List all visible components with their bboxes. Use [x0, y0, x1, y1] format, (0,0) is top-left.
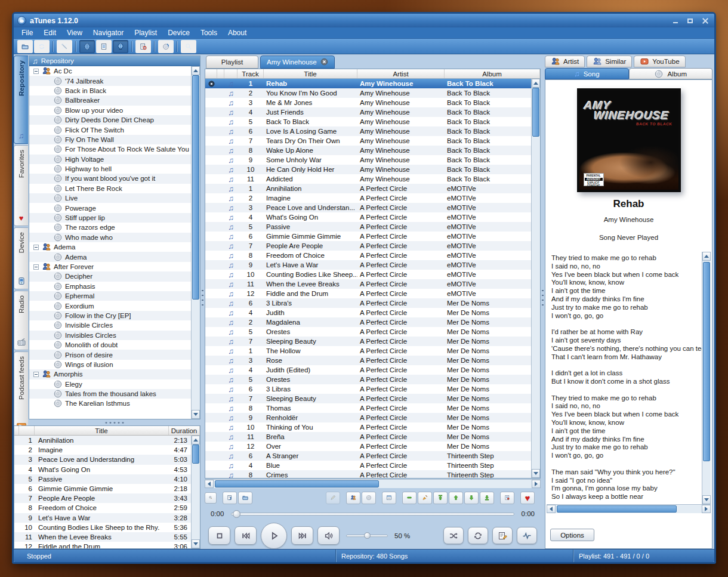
column-header-blank[interactable] — [19, 426, 35, 435]
column-header-track[interactable]: Track — [237, 69, 264, 78]
lyrics-scrollbar[interactable] — [702, 252, 711, 504]
open-folder-button[interactable] — [238, 492, 252, 504]
nav-tab-device[interactable]: Device — [14, 227, 28, 289]
analyzer-button[interactable] — [517, 527, 537, 544]
table-row[interactable]: ♫5OrestesA Perfect CircleMer De Noms — [205, 375, 531, 384]
table-row[interactable]: ♫7Sleeping BeautyA Perfect CircleMer De … — [205, 394, 531, 403]
tree-item-album[interactable]: The Karelian Isthmus — [29, 399, 191, 408]
scroll-left-button[interactable] — [205, 480, 214, 488]
tree-item-album[interactable]: Powerage — [29, 203, 191, 212]
column-header-artist[interactable]: Artist — [357, 69, 445, 78]
column-header-blank[interactable] — [14, 426, 19, 435]
tree-item-album[interactable]: Decipher — [29, 271, 191, 281]
scroll-up-button[interactable] — [702, 252, 711, 261]
file-properties-button[interactable] — [96, 40, 112, 53]
column-header-blank[interactable] — [224, 69, 237, 78]
tree-item-album[interactable]: Follow in the Cry [EP] — [29, 311, 191, 320]
table-row[interactable]: ♫5OrestesA Perfect CircleMer De Noms — [205, 327, 531, 337]
tree-item-album[interactable]: Back in Black — [29, 86, 191, 95]
table-row[interactable]: 5Passive4:10 — [14, 474, 191, 484]
column-header-blank[interactable] — [217, 69, 224, 78]
search-button[interactable] — [181, 40, 196, 53]
table-row[interactable]: ♫10Counting Bodies Like Sheep...A Perfec… — [205, 270, 531, 279]
scrollbar-thumb[interactable] — [192, 445, 199, 464]
table-row[interactable]: ♫5PassiveA Perfect CircleeMOTIVe — [205, 222, 531, 232]
table-row[interactable]: ♫4Judith (Edited)A Perfect CircleMer De … — [205, 365, 531, 375]
maximize-button[interactable] — [684, 16, 696, 25]
table-row[interactable]: ♫11When the Levee BreaksA Perfect Circle… — [205, 279, 531, 289]
menu-item-file[interactable]: File — [16, 27, 38, 39]
move-up-button[interactable] — [449, 492, 463, 504]
menu-item-view[interactable]: View — [61, 27, 88, 39]
tree-item-album[interactable]: Fly On The Wall — [29, 135, 191, 144]
open-folder-button[interactable] — [17, 40, 33, 53]
scrollbar-thumb[interactable] — [215, 480, 379, 487]
tree-item-album[interactable]: Stiff upper lip — [29, 213, 191, 223]
table-row[interactable]: ♫8Wake Up AloneAmy WinehouseBack To Blac… — [205, 146, 531, 155]
table-row[interactable]: 11When the Levee Breaks5:55 — [14, 532, 191, 542]
table-row[interactable]: ♫6Gimmie Gimmie GimmieA Perfect CircleeM… — [205, 232, 531, 241]
table-row[interactable]: ♫9Some Unholy WarAmy WinehouseBack To Bl… — [205, 155, 531, 165]
search-button[interactable] — [205, 492, 217, 504]
notes-button[interactable] — [500, 492, 514, 504]
scroll-down-button[interactable] — [192, 410, 200, 419]
tree-item-album[interactable]: Blow up your video — [29, 106, 191, 115]
tree-item-album[interactable]: Live — [29, 193, 191, 203]
scroll-right-button[interactable] — [532, 480, 541, 488]
tree-item-album[interactable]: Who made who — [29, 233, 191, 242]
table-row[interactable]: ♫12OverA Perfect CircleMer De Noms — [205, 442, 531, 451]
table-row[interactable]: ♫2MagdalenaA Perfect CircleMer De Noms — [205, 317, 531, 327]
tree-item-album[interactable]: Invisibles Circles — [29, 331, 191, 340]
info-button[interactable] — [382, 492, 396, 504]
scrollbar-thumb[interactable] — [192, 75, 199, 300]
tree-item-artist[interactable]: After Forever — [29, 262, 191, 271]
lyrics-hscrollbar[interactable] — [547, 504, 711, 513]
menu-item-device[interactable]: Device — [162, 27, 195, 39]
song-table-hscrollbar[interactable] — [205, 479, 541, 488]
table-row[interactable]: ♫4JudithA Perfect CircleMer De Noms — [205, 308, 531, 317]
move-bottom-button[interactable] — [480, 492, 494, 504]
tree-item-artist[interactable]: Adema — [29, 242, 191, 252]
context-tab-youtube[interactable]: YouTube — [634, 55, 685, 67]
table-row[interactable]: 12Fiddle and the Drum3:06 — [14, 542, 191, 548]
column-header-duration[interactable]: Duration — [169, 426, 200, 435]
previous-button[interactable] — [235, 526, 257, 545]
tree-item-album[interactable]: Exordium — [29, 301, 191, 310]
table-row[interactable]: ♫10He Can Only Hold HerAmy WinehouseBack… — [205, 165, 531, 174]
report-button[interactable] — [135, 40, 151, 53]
menu-item-about[interactable]: About — [223, 27, 252, 39]
scroll-right-button[interactable] — [702, 505, 711, 513]
tree-item-album[interactable]: For Those About To Rock We Salute You — [29, 144, 191, 154]
table-row[interactable]: ♫3RoseA Perfect CircleMer De Noms — [205, 356, 531, 365]
tree-item-album[interactable]: High Voltage — [29, 155, 191, 164]
tree-item-album[interactable]: Adema — [29, 252, 191, 261]
table-row[interactable]: ♫4BlueA Perfect CircleThirteenth Step — [205, 461, 531, 470]
volume-thumb[interactable] — [364, 532, 371, 539]
horizontal-splitter-handle[interactable] — [29, 421, 200, 424]
scroll-down-button[interactable] — [192, 539, 200, 548]
close-button[interactable] — [699, 16, 711, 25]
nav-tab-repository[interactable]: Repository♫ — [14, 55, 28, 144]
table-row[interactable]: ♫5Back To BlackAmy WinehouseBack To Blac… — [205, 117, 531, 126]
table-row[interactable]: 4What's Going On4:53 — [14, 465, 191, 474]
queue-scrollbar[interactable] — [191, 436, 200, 548]
table-row[interactable]: 10Counting Bodies Like Sheep to the Rhy.… — [14, 523, 191, 532]
progress-thumb[interactable] — [233, 510, 240, 518]
menu-item-tools[interactable]: Tools — [195, 27, 223, 39]
tree-item-album[interactable]: '74 Jailbreak — [29, 76, 191, 85]
nav-tab-podcast-feeds[interactable]: Podcast feeds — [14, 351, 28, 436]
table-row[interactable]: ♫7Tears Dry On Their OwnAmy WinehouseBac… — [205, 136, 531, 146]
clear-button[interactable] — [418, 492, 432, 504]
scrollbar-thumb[interactable] — [557, 505, 677, 513]
table-row[interactable]: ♫7People Are PeopleA Perfect CircleeMOTI… — [205, 241, 531, 251]
stop-button[interactable] — [208, 526, 230, 545]
favorite-button[interactable]: ♥ — [520, 492, 535, 504]
scroll-up-button[interactable] — [532, 79, 540, 88]
tree-item-artist[interactable]: Amorphis — [29, 369, 191, 379]
close-tab-icon[interactable] — [320, 58, 328, 67]
next-button[interactable] — [291, 526, 313, 545]
table-row[interactable]: ♫1AnnihilationA Perfect CircleeMOTIVe — [205, 184, 531, 193]
move-down-button[interactable] — [464, 492, 479, 504]
context-tab-similar[interactable]: Similar — [587, 55, 632, 67]
nav-tab-favorites[interactable]: Favorites♥ — [14, 145, 28, 226]
